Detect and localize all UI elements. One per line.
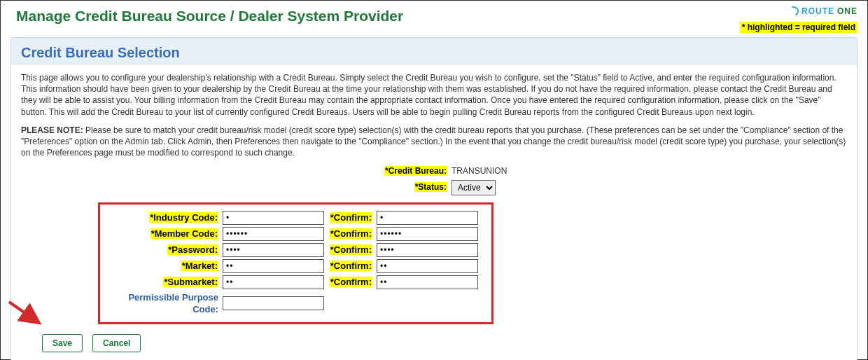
market-confirm-input[interactable] [377,259,478,273]
market-confirm-label: *Confirm: [330,261,372,271]
industry-code-confirm-input[interactable] [377,211,478,225]
submarket-label: *Submarket: [163,277,218,287]
save-button[interactable]: Save [42,334,83,352]
submarket-input[interactable] [223,275,324,289]
brand-text-route: ROUTE [802,6,834,16]
password-confirm-label: *Confirm: [330,244,372,255]
brand-text-one: ONE [837,6,858,16]
cancel-button[interactable]: Cancel [92,334,141,352]
page-root: Manage Credit Bureau Source / Dealer Sys… [0,0,868,360]
market-input[interactable] [223,259,324,273]
please-note-text: PLEASE NOTE: Please be sure to match you… [21,125,847,159]
submarket-row: *Submarket: *Confirm: [100,275,491,289]
brand-logo: ROUTEONE [789,6,858,16]
please-note-label: PLEASE NOTE: [21,125,83,135]
ppc-row: Permissible Purpose Code: [100,291,491,316]
submarket-confirm-label: *Confirm: [330,277,372,287]
button-row: Save Cancel [42,334,847,352]
password-row: *Password: *Confirm: [100,243,491,257]
password-input[interactable] [223,243,324,257]
top-fields: *Credit Bureau: TRANSUNION *Status: Acti… [21,165,847,195]
industry-code-row: *Industry Code: *Confirm: [100,211,491,225]
market-label: *Market: [181,261,218,271]
credit-bureau-label: *Credit Bureau: [384,166,447,176]
credit-bureau-value: TRANSUNION [451,165,507,176]
ppc-input[interactable] [223,296,324,310]
routeone-arc-icon [788,5,800,18]
status-label: *Status: [414,182,447,192]
panel-body: This page allows you to configure your d… [11,65,857,360]
member-code-confirm-label: *Confirm: [330,228,372,239]
status-select[interactable]: Active [451,180,496,195]
page-title: Manage Credit Bureau Source / Dealer Sys… [16,8,858,25]
market-row: *Market: *Confirm: [100,259,491,273]
industry-code-input[interactable] [223,211,324,225]
industry-code-label: *Industry Code: [149,212,218,223]
password-label: *Password: [167,244,218,255]
intro-text: This page allows you to configure your d… [21,72,847,118]
required-field-note: * highlighted = required field [740,22,858,33]
member-code-confirm-input[interactable] [377,227,478,241]
industry-code-confirm-label: *Confirm: [330,212,372,223]
credit-bureau-panel: Credit Bureau Selection This page allows… [10,37,858,360]
ppc-label: Permissible Purpose Code: [100,291,223,316]
member-code-row: *Member Code: *Confirm: [100,227,491,241]
status-row: *Status: Active [21,180,847,195]
member-code-label: *Member Code: [150,228,218,239]
panel-title: Credit Bureau Selection [11,38,857,65]
member-code-input[interactable] [223,227,324,241]
please-note-body: Please be sure to match your credit bure… [21,125,846,158]
password-confirm-input[interactable] [377,243,478,257]
credit-bureau-row: *Credit Bureau: TRANSUNION [21,165,847,176]
config-fields-box: *Industry Code: *Confirm: *Member Code: … [98,202,493,324]
submarket-confirm-input[interactable] [377,275,478,289]
